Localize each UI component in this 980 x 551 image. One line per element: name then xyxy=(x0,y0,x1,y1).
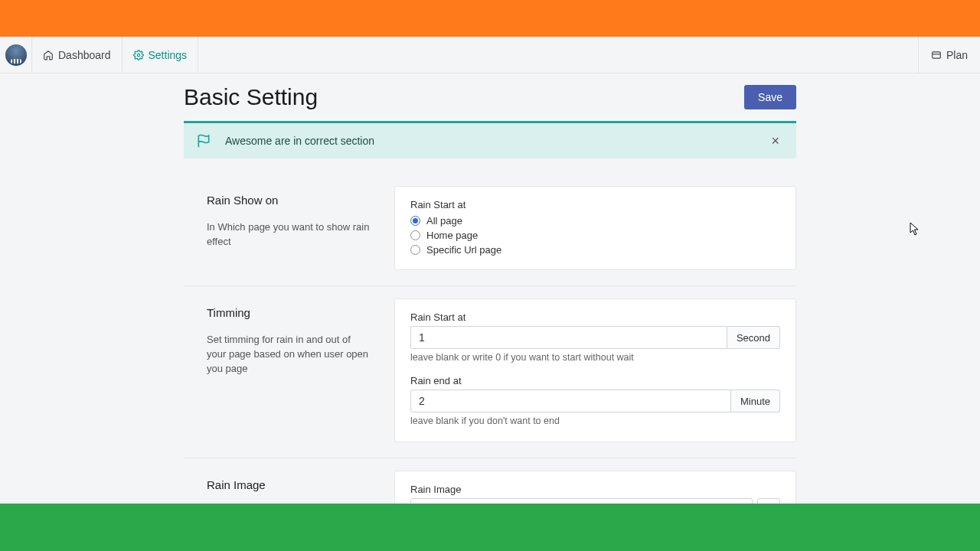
bottom-bar xyxy=(0,504,980,551)
nav-dashboard[interactable]: Dashboard xyxy=(32,37,122,73)
nav-settings[interactable]: Settings xyxy=(122,37,199,73)
nav-plan[interactable]: Plan xyxy=(918,37,980,73)
svg-point-0 xyxy=(137,54,140,57)
radio-all-page-label: All page xyxy=(426,215,462,227)
section-rain-show-on: Rain Show on In Which page you want to s… xyxy=(184,174,796,286)
radio-all-page[interactable]: All page xyxy=(410,214,780,228)
success-banner: Awesome are in correct section × xyxy=(184,121,796,158)
gear-icon xyxy=(133,50,144,60)
card-icon xyxy=(931,50,942,60)
page-title: Basic Setting xyxy=(184,84,318,110)
rain-logo-icon xyxy=(5,44,27,66)
nav-settings-label: Settings xyxy=(149,49,188,61)
section-title-timing: Timming xyxy=(207,306,371,319)
svg-rect-1 xyxy=(933,51,941,57)
radio-icon xyxy=(410,245,420,255)
radio-group-label: Rain Start at xyxy=(410,199,780,210)
image-label: Rain Image xyxy=(410,484,780,495)
page-header: Basic Setting Save xyxy=(184,84,796,110)
radio-icon xyxy=(410,216,420,226)
radio-home-page-label: Home page xyxy=(426,230,478,241)
start-label: Rain Start at xyxy=(410,311,780,323)
section-desc-timing: Set timming for rain in and out of your … xyxy=(207,333,371,377)
section-timing: Timming Set timming for rain in and out … xyxy=(184,286,796,458)
main-nav: Dashboard Settings Plan xyxy=(0,37,980,73)
end-label: Rain end at xyxy=(410,375,780,386)
page-content: Basic Setting Save Awesome are in correc… xyxy=(184,73,796,551)
section-title-showon: Rain Show on xyxy=(207,194,371,207)
banner-text: Awesome are in correct section xyxy=(225,135,753,147)
close-icon: × xyxy=(771,133,779,148)
home-icon xyxy=(43,50,54,60)
flag-icon xyxy=(196,133,211,148)
start-help: leave blank or write 0 if you want to st… xyxy=(410,352,780,363)
radio-icon xyxy=(410,230,420,240)
nav-dashboard-label: Dashboard xyxy=(58,49,111,61)
cursor-icon xyxy=(910,222,920,236)
nav-plan-label: Plan xyxy=(946,49,968,61)
card-timing: Rain Start at Second leave blank or writ… xyxy=(394,298,796,442)
app-logo[interactable] xyxy=(0,37,32,73)
card-showon: Rain Start at All page Home page Specifi… xyxy=(394,186,796,270)
end-help: leave blank if you don't want to end xyxy=(410,416,780,426)
radio-specific-url-label: Specific Url page xyxy=(426,244,501,256)
radio-specific-url[interactable]: Specific Url page xyxy=(410,243,780,257)
banner-close-button[interactable]: × xyxy=(766,132,784,149)
rain-start-input[interactable] xyxy=(410,326,727,349)
save-button[interactable]: Save xyxy=(744,85,796,109)
top-brand-bar xyxy=(0,0,980,37)
start-unit: Second xyxy=(727,326,780,349)
section-title-image: Rain Image xyxy=(207,478,371,491)
radio-home-page[interactable]: Home page xyxy=(410,228,780,243)
end-unit: Minute xyxy=(731,390,780,412)
rain-end-input[interactable] xyxy=(410,390,731,412)
section-desc-showon: In Which page you want to show rain effe… xyxy=(207,220,371,249)
